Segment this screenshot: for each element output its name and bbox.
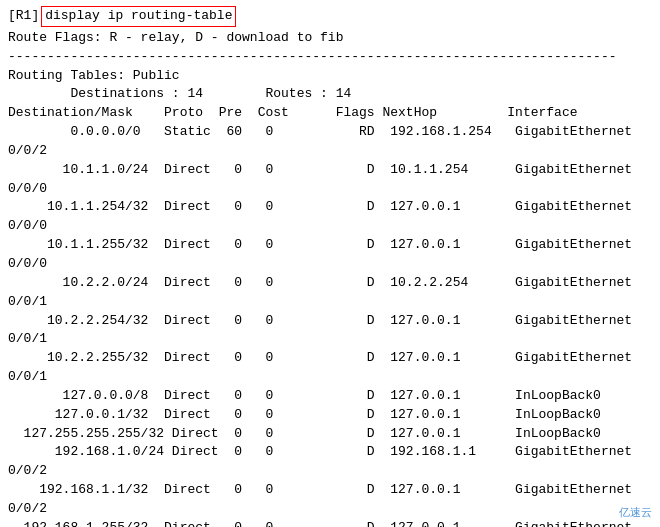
terminal-line: 10.1.1.255/32 Direct 0 0 D 127.0.0.1 Gig… [8,236,652,255]
terminal-line: 10.1.1.0/24 Direct 0 0 D 10.1.1.254 Giga… [8,161,652,180]
terminal-line: 10.1.1.254/32 Direct 0 0 D 127.0.0.1 Gig… [8,198,652,217]
terminal-line: 0/0/2 [8,142,652,161]
terminal-line: 192.168.1.1/32 Direct 0 0 D 127.0.0.1 Gi… [8,481,652,500]
terminal-line: 0/0/0 [8,217,652,236]
terminal-line: 0/0/0 [8,180,652,199]
terminal-line: 10.2.2.0/24 Direct 0 0 D 10.2.2.254 Giga… [8,274,652,293]
command-line: [R1] display ip routing-table [8,6,652,27]
terminal-line: 127.0.0.1/32 Direct 0 0 D 127.0.0.1 InLo… [8,406,652,425]
terminal-line: ----------------------------------------… [8,48,652,67]
terminal-line: Routing Tables: Public [8,67,652,86]
terminal-line: 0/0/1 [8,330,652,349]
terminal-line: Destination/Mask Proto Pre Cost Flags Ne… [8,104,652,123]
terminal-line: 127.0.0.0/8 Direct 0 0 D 127.0.0.1 InLoo… [8,387,652,406]
prompt: [R1] [8,7,39,26]
watermark: 亿速云 [619,505,652,521]
terminal-line: 10.2.2.254/32 Direct 0 0 D 127.0.0.1 Gig… [8,312,652,331]
terminal-window: [R1] display ip routing-table Route Flag… [0,0,660,527]
terminal-line: 192.168.1.255/32 Direct 0 0 D 127.0.0.1 … [8,519,652,527]
terminal-line: 192.168.1.0/24 Direct 0 0 D 192.168.1.1 … [8,443,652,462]
terminal-line: 10.2.2.255/32 Direct 0 0 D 127.0.0.1 Gig… [8,349,652,368]
command-text: display ip routing-table [41,6,236,27]
terminal-line: 0/0/0 [8,255,652,274]
terminal-output: Route Flags: R - relay, D - download to … [8,29,652,527]
terminal-line: 127.255.255.255/32 Direct 0 0 D 127.0.0.… [8,425,652,444]
terminal-line: 0/0/2 [8,462,652,481]
terminal-line: 0.0.0.0/0 Static 60 0 RD 192.168.1.254 G… [8,123,652,142]
terminal-line: Destinations : 14 Routes : 14 [8,85,652,104]
terminal-line: 0/0/2 [8,500,652,519]
terminal-line: Route Flags: R - relay, D - download to … [8,29,652,48]
terminal-line: 0/0/1 [8,368,652,387]
terminal-line: 0/0/1 [8,293,652,312]
